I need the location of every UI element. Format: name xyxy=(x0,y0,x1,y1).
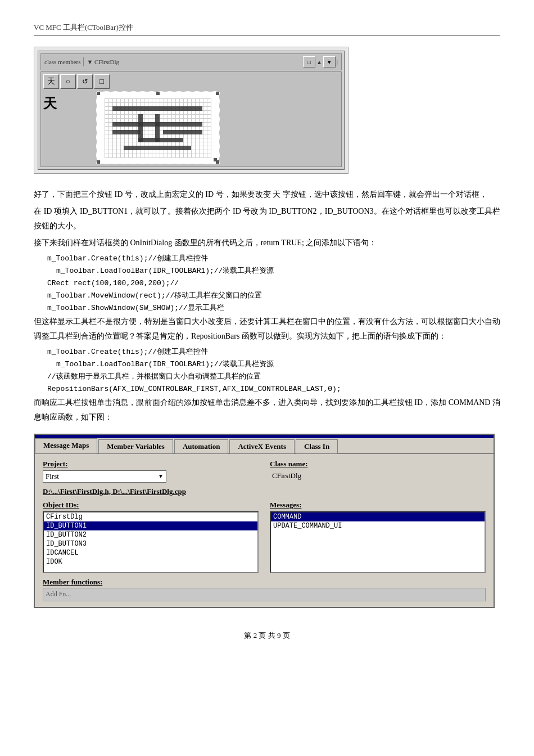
code-line-3: CRect rect(100,100,200,200);// xyxy=(47,277,500,290)
icon-btn-rect[interactable]: □ xyxy=(94,74,110,89)
paragraph-5: 而响应工具栏按钮单击消息，跟前面介绍的添加按钮单击消息差不多，进入类向导，找到要… xyxy=(34,395,500,425)
content-body: 好了，下面把三个按钮 ID 号，改成上面宏定义的 ID 号，如果要改变 天 字按… xyxy=(34,187,500,425)
code-line-7: m_Toolbar.LoadToolBar(IDR_TOOLBAR1);//装载… xyxy=(56,358,500,371)
toolbar-btn-2[interactable]: ▼ xyxy=(323,56,336,68)
form-col-classname: Class name: CFirstDlg xyxy=(270,460,486,482)
member-functions-bar: Add Fn... xyxy=(43,588,486,601)
tab-activex-events[interactable]: ActiveX Events xyxy=(229,439,295,453)
paragraph-3: 接下来我们样在对话框类的 OnInitDialog 函数里的所有代码之后，ret… xyxy=(34,236,500,250)
tab-member-variables[interactable]: Member Variables xyxy=(98,439,173,453)
tab-message-maps[interactable]: Message Maps xyxy=(35,438,97,453)
paragraph-4: 但这样显示工具栏不是很方便，特别是当窗口大小改变后，还要计算工具栏在窗口中的位置… xyxy=(34,314,500,344)
project-dropdown[interactable]: First ▼ xyxy=(43,470,166,483)
messages-col: Messages: COMMAND UPDATE_COMMAND_UI xyxy=(270,501,486,573)
list-item-command[interactable]: COMMAND xyxy=(271,512,485,521)
code-line-6: m_Toolbar.Create(this);//创建工具栏控件 xyxy=(47,346,500,358)
object-ids-listbox[interactable]: CFirstDlg ID_BUTTON1 ID_BUTTON2 ID_BUTTO… xyxy=(43,511,259,573)
two-list-row: Object IDs: CFirstDlg ID_BUTTON1 ID_BUTT… xyxy=(43,501,486,573)
dialog-body: Project: First ▼ Class name: CFirstDlg D… xyxy=(35,454,494,607)
page-footer: 第 2 页 共 9 页 xyxy=(34,631,500,641)
page-title: VC MFC 工具栏(CToolBar)控件 xyxy=(34,22,500,35)
dialog-screenshot: Message Maps Member Variables Automation… xyxy=(34,434,495,608)
code-line-5: m_Toolbar.ShowWindow(SW_SHOW);//显示工具栏 xyxy=(47,302,500,314)
member-functions-hint: Add Fn... xyxy=(46,590,71,598)
toolbar-btn-1[interactable]: □ xyxy=(303,56,315,68)
project-value: First xyxy=(46,472,59,481)
object-ids-col: Object IDs: CFirstDlg ID_BUTTON1 ID_BUTT… xyxy=(43,501,259,573)
list-item-cfirstdlg[interactable]: CFirstDlg xyxy=(44,512,257,521)
char-display: 天 xyxy=(43,94,57,112)
dropdown-arrow-icon: ▼ xyxy=(158,473,164,479)
object-ids-label: Object IDs: xyxy=(43,501,259,510)
list-item-id-button2[interactable]: ID_BUTTON2 xyxy=(44,530,257,539)
project-label: Project: xyxy=(43,460,259,469)
form-row-project-class: Project: First ▼ Class name: CFirstDlg xyxy=(43,460,486,483)
code-line-2: m_Toolbar.LoadToolBar(IDR_TOOLBAR1);//装载… xyxy=(56,265,500,277)
code-line-8: //该函数用于显示工具栏，并根据窗口大小自动调整工具栏的位置 xyxy=(47,371,500,383)
paragraph-2: 在 ID 项填入 ID_BUTTON1，就可以了。接着依次把两个 ID 号改为 … xyxy=(34,204,500,233)
tab-class-info[interactable]: Class In xyxy=(296,439,338,453)
messages-label: Messages: xyxy=(270,501,486,510)
project-input-row: First ▼ xyxy=(43,470,259,483)
messages-listbox[interactable]: COMMAND UPDATE_COMMAND_UI xyxy=(270,511,486,573)
code-line-4: m_Toolbar.MoveWindow(rect);//移动工具栏在父窗口的位… xyxy=(47,290,500,302)
list-item-idcancel[interactable]: IDCANCEL xyxy=(44,548,257,557)
form-col-project: Project: First ▼ xyxy=(43,460,259,483)
code-line-9: RepositionBars(AFX_IDW_CONTROLBAR_FIRST,… xyxy=(47,383,500,395)
icon-btn-chinese[interactable]: 天 xyxy=(43,74,59,89)
tab-automation[interactable]: Automation xyxy=(174,439,228,453)
list-item-idok[interactable]: IDOK xyxy=(44,557,257,566)
list-item-id-button3[interactable]: ID_BUTTON3 xyxy=(44,539,257,548)
member-functions-label: Member functions: xyxy=(43,578,486,587)
classname-value: CFirstDlg xyxy=(270,470,486,482)
icon-btn-circle[interactable]: ○ xyxy=(60,74,76,89)
footer-text: 第 2 页 共 9 页 xyxy=(244,631,289,640)
code-line-1: m_Toolbar.Create(this);//创建工具栏控件 xyxy=(47,253,500,265)
classname-label: Class name: xyxy=(270,460,486,469)
screenshot-area: class members ▼ CFirstDlg □ ▲ ▼ | 天 ○ ↺ … xyxy=(34,47,349,174)
icon-btn-undo[interactable]: ↺ xyxy=(77,74,93,89)
list-item-update-command-ui[interactable]: UPDATE_COMMAND_UI xyxy=(271,521,485,530)
list-item-id-button1[interactable]: ID_BUTTON1 xyxy=(44,521,257,530)
dialog-tabs-row: Message Maps Member Variables Automation… xyxy=(35,438,494,454)
filepath-row: D:\...\First\FirstDlg.h, D:\...\First\Fi… xyxy=(43,487,486,496)
paragraph-1: 好了，下面把三个按钮 ID 号，改成上面宏定义的 ID 号，如果要改变 天 字按… xyxy=(34,187,500,202)
